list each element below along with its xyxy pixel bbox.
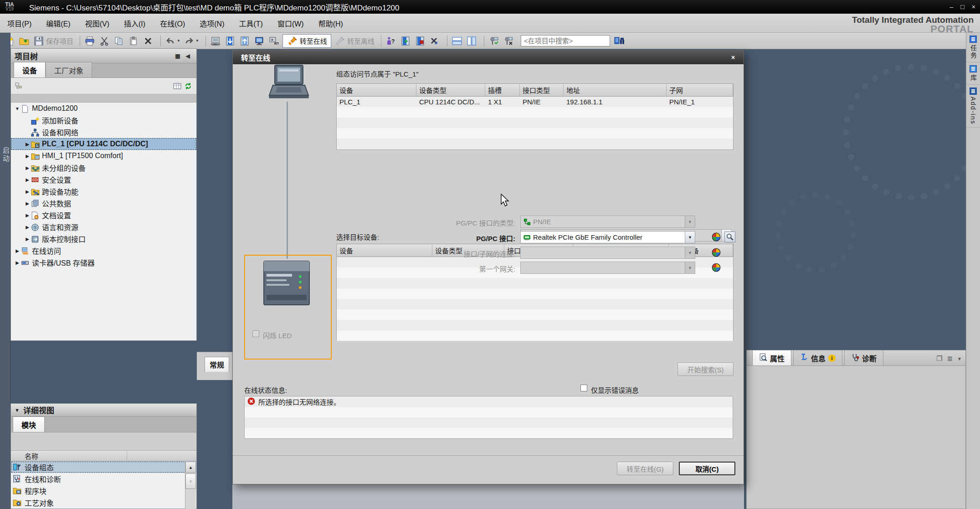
tab-properties[interactable]: 属性 [752,350,791,365]
collapse-panel-icon[interactable]: ◀ [183,52,193,60]
sidebar-tab-libraries[interactable]: 库 [966,62,980,85]
refresh-icon[interactable] [183,81,194,91]
open-project-button[interactable] [18,35,30,47]
menu-n[interactable]: 选项(N) [192,15,231,31]
redo-button[interactable]: ▼ [183,35,199,47]
tree-expander-icon[interactable]: ▶ [24,189,31,194]
tree-item-5[interactable]: ▶未分组的设备 [11,162,196,174]
accessible-devices-button[interactable]: ? [385,35,397,47]
table-row[interactable]: PLC_1CPU 1214C DC/D...1 X1PN/IE192.168.1… [337,97,733,107]
tree-item-12[interactable]: ▶在线访问 [11,245,196,257]
tree-expander-icon[interactable]: ▶ [24,237,31,242]
menu-t[interactable]: 工具(T) [231,15,270,31]
tree-expander-icon[interactable]: ▶ [24,154,31,159]
chevron-down-icon[interactable]: ▼ [957,356,962,361]
tree-item-9[interactable]: ▶文档设置 [11,209,196,221]
project-search-input[interactable] [521,35,610,46]
column-view-icon[interactable] [172,81,183,91]
pin-delete-button[interactable]: 1.1 [503,35,514,47]
menu-p[interactable]: 项目(P) [0,15,39,31]
tree-item-10[interactable]: ▶语言和资源 [11,221,196,233]
pin-save-button[interactable]: 1.1 [488,35,500,47]
cancel-button[interactable]: 取消(C) [679,462,735,475]
menu-e[interactable]: 编辑(E) [39,15,77,31]
delete-button[interactable] [142,35,154,47]
tree-item-3[interactable]: ▶PLC_1 [CPU 1214C DC/DC/DC] [11,138,196,150]
undo-button[interactable]: ▼ [164,35,180,47]
menu-w[interactable]: 窗口(W) [270,15,311,31]
sidebar-tab-tasks[interactable]: 任务 [966,33,980,62]
close-button[interactable]: × [972,3,975,10]
tree-item-4[interactable]: ▶HMI_1 [TP1500 Comfort] [11,150,196,162]
download-button[interactable] [224,35,236,47]
detail-item-1[interactable]: 在线和诊断 [11,473,196,485]
scroll-up-icon[interactable]: ▲ [185,462,196,473]
tree-expander-icon[interactable]: ▼ [14,106,21,111]
maximize-button[interactable]: □ [960,3,964,10]
list-view-icon[interactable]: ≣ [947,355,953,363]
tree-item-6[interactable]: ▶安全设置 [11,174,196,185]
network-properties-icon[interactable] [711,247,722,258]
search-interface-icon[interactable] [724,231,735,242]
tab-devices[interactable]: 设备 [14,62,46,77]
detail-item-0[interactable]: 设备组态 [11,461,196,473]
tree-item-0[interactable]: ▼MDdemo1200 [11,103,196,114]
chevron-down-icon[interactable]: ▼ [15,407,20,413]
rt-button[interactable]: RT [268,35,280,47]
pgpc-interface-dropdown[interactable]: Realtek PCIe GbE Family Controller▼ [520,231,695,243]
tree-item-7[interactable]: ▶跨设备功能 [11,185,196,197]
tab-info[interactable]: 信息i [793,350,842,365]
reading-pane-icon[interactable]: ▦ [173,52,183,60]
detail-item-2[interactable]: 程序块 [11,485,196,497]
dialog-close-icon[interactable]: × [727,53,739,62]
go-online-toolbar-button[interactable]: 转至在线 [282,34,331,48]
tab-modules[interactable]: 模块 [13,416,45,432]
dialog-title-bar[interactable]: 转至在线 × [233,51,744,64]
dropdown-arrow-icon[interactable]: ▼ [177,39,180,43]
tab-diagnostics[interactable]: 诊断 [844,350,883,365]
menu-o[interactable]: 在线(O) [153,15,192,31]
split-vertical-button[interactable] [466,35,477,47]
tab-plant-objects[interactable]: 工厂对象 [46,62,92,77]
split-horizontal-button[interactable] [451,35,463,47]
start-runtime-button[interactable] [253,35,265,47]
tree-item-8[interactable]: ▶公共数据 [11,197,196,209]
detail-scrollbar[interactable]: ▲ ≡ [185,462,196,509]
float-panel-icon[interactable]: ❐ [936,355,942,363]
network-properties-icon[interactable] [711,231,722,242]
compile-button[interactable]: 01 [210,35,221,47]
network-properties-icon[interactable] [711,262,722,273]
portal-rail-start-tab[interactable]: 启动 [1,147,10,163]
cut-button[interactable] [98,35,110,47]
stop-cpu-button[interactable] [414,35,426,47]
tree-item-1[interactable]: 添加新设备 [11,114,196,126]
menu-h[interactable]: 帮助(H) [311,15,350,31]
tree-expander-icon[interactable]: ▶ [24,165,31,170]
paste-button[interactable] [128,35,139,47]
only-errors-checkbox[interactable] [580,385,587,391]
tree-expander-icon[interactable]: ▶ [24,201,31,206]
scroll-thumb[interactable]: ≡ [185,473,196,489]
tree-expander-icon[interactable]: ▶ [24,177,31,182]
menu-v[interactable]: 视图(V) [78,15,117,31]
tree-expander-icon[interactable]: ▶ [14,260,21,265]
save-project-group[interactable]: 保存项目 [33,35,73,47]
minimize-button[interactable]: – [950,3,954,10]
tree-item-2[interactable]: 设备和网络 [11,126,196,138]
copy-button[interactable] [113,35,125,47]
print-button[interactable] [84,35,96,47]
tree-expander-icon[interactable]: ▶ [14,248,21,253]
sidebar-tab-addins[interactable]: Add-ins [966,85,980,128]
dropdown-arrow-icon[interactable]: ▼ [685,231,695,243]
dropdown-arrow-icon[interactable]: ▼ [195,39,199,43]
tree-item-11[interactable]: ▶版本控制接口 [11,233,196,245]
upload-button[interactable] [239,35,251,47]
start-cpu-button[interactable] [400,35,411,47]
cross-reference-button[interactable] [429,35,441,47]
tree-expander-icon[interactable]: ▶ [24,213,31,218]
tree-expander-icon[interactable]: ▶ [24,142,31,147]
tree-item-13[interactable]: ▶读卡器/USB 存储器 [11,257,196,268]
find-in-project-button[interactable] [614,35,626,47]
tree-expander-icon[interactable]: ▶ [24,225,31,230]
tree-view-icon[interactable] [14,81,25,91]
